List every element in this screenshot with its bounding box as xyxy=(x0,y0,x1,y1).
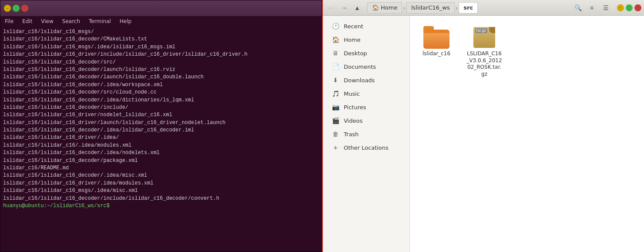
sidebar-item-label: Videos xyxy=(344,118,362,124)
terminal-line: lslidar_c16/lslidar_c16_decoder/.idea/no… xyxy=(3,149,319,157)
recent-icon: 🕐 xyxy=(332,22,339,30)
terminal-menu-help[interactable]: Help xyxy=(118,17,133,25)
sidebar-item-label: Downloads xyxy=(344,77,375,84)
fm-minimize-button[interactable]: − xyxy=(617,4,624,11)
breadcrumb-item-home[interactable]: 🏠Home xyxy=(367,2,402,13)
sidebar-item-label: Other Locations xyxy=(344,144,389,151)
folder-icon xyxy=(423,26,449,49)
sidebar-item-label: Desktop xyxy=(344,50,367,57)
fm-files[interactable]: lslidar_c16 tar.gz LSLIDAR_C16_V3.0.6_20… xyxy=(410,16,644,252)
terminal-line: lslidar_c16/lslidar_c16_decoder/launch/l… xyxy=(3,66,319,74)
terminal-line: lslidar_c16/lslidar_c16_decoder/.idea/mi… xyxy=(3,172,319,179)
terminal-line: lslidar_c16/lslidar_c16_decoder/CMakeLis… xyxy=(3,36,319,43)
file-label: lslidar_c16 xyxy=(423,50,450,57)
file-item-lslidar_tar[interactable]: tar.gz LSLIDAR_C16_V3.0.6_201202_ROSK.ta… xyxy=(465,23,504,81)
sidebar-item-other-locations[interactable]: +Other Locations xyxy=(325,141,408,154)
videos-icon: 🎬 xyxy=(332,117,339,124)
terminal-menubar: FileEditViewSearchTerminalHelp xyxy=(0,16,322,27)
breadcrumb-separator: › xyxy=(402,4,406,11)
terminal-line: lslidar_c16/lslidar_c16_msgs/.idea/misc.… xyxy=(3,187,319,195)
terminal-line: lslidar_c16/lslidar_c16_decoder/.idea/di… xyxy=(3,97,319,104)
terminal-line: lslidar_c16/lslidar_c16_decoder/.idea/ls… xyxy=(3,127,319,134)
breadcrumb-item-lslidarc16_ws[interactable]: lslidarC16_ws xyxy=(406,2,455,13)
breadcrumb-label: Home xyxy=(381,4,397,11)
breadcrumb-icon: 🏠 xyxy=(372,4,379,11)
terminal-line: lslidar_c16/lslidar_c16_decoder/launch/l… xyxy=(3,74,319,81)
fm-breadcrumb: 🏠Home›lslidarC16_ws›src xyxy=(367,2,567,13)
terminal-line: lslidar_c16/lslidar_c16_driver/nodelet_l… xyxy=(3,111,319,119)
terminal-line: lslidar_c16/lslidar_c16/.idea/modules.xm… xyxy=(3,142,319,149)
terminal-titlebar: − □ × xyxy=(0,0,322,16)
sidebar-item-label: Recent xyxy=(344,23,363,30)
terminal-line: lslidar_c16/lslidar_c16_driver/launch/ls… xyxy=(3,119,319,127)
terminal-line: lslidar_c16/lslidar_c16_driver/include/l… xyxy=(3,51,319,58)
terminal-menu-view[interactable]: View xyxy=(39,17,55,25)
terminal-line: lslidar_c16/lslidar_c16_decoder/.idea/wo… xyxy=(3,81,319,89)
fm-toolbar-right: 🔍 ≡ ☰ − □ × xyxy=(572,2,641,14)
other-locations-icon: + xyxy=(332,144,339,151)
filemanager-window: ← → ▲ 🏠Home›lslidarC16_ws›src 🔍 ≡ ☰ − □ … xyxy=(322,0,644,252)
sidebar-item-documents[interactable]: 📄Documents xyxy=(325,60,408,73)
terminal-line: lslidar_c16/lslidar_c16_msgs/.idea/lslid… xyxy=(3,44,319,51)
sidebar-item-music[interactable]: 🎵Music xyxy=(325,87,408,100)
terminal-line: lslidar_c16/lslidar_c16_decoder/package.… xyxy=(3,157,319,165)
terminal-line: lslidar_c16/lslidar_c16_decoder/include/ xyxy=(3,104,319,111)
sidebar-item-home[interactable]: 🏠Home xyxy=(325,33,408,46)
sidebar-item-pictures[interactable]: 📷Pictures xyxy=(325,101,408,114)
fm-window-controls: − □ × xyxy=(617,4,641,11)
desktop-icon: 🖥 xyxy=(332,49,339,57)
music-icon: 🎵 xyxy=(332,90,339,97)
terminal-line: lslidar_c16/lslidar_c16_msgs/ xyxy=(3,28,319,36)
file-item-lslidar_c16[interactable]: lslidar_c16 xyxy=(417,23,456,61)
downloads-icon: ⬇ xyxy=(332,76,339,84)
terminal-line: lslidar_c16/lslidar_c16_driver/.idea/mod… xyxy=(3,180,319,187)
fm-content: 🕐Recent🏠Home🖥Desktop📄Documents⬇Downloads… xyxy=(323,16,644,252)
sidebar-item-label: Music xyxy=(344,91,360,97)
sidebar-item-desktop[interactable]: 🖥Desktop xyxy=(325,47,408,60)
fm-view-toggle-button[interactable]: ≡ xyxy=(586,2,598,14)
documents-icon: 📄 xyxy=(332,63,339,71)
fm-forward-button[interactable]: → xyxy=(339,2,350,13)
terminal-minimize-button[interactable]: − xyxy=(4,5,11,12)
trash-icon: 🗑 xyxy=(332,130,339,138)
fm-sidebar: 🕐Recent🏠Home🖥Desktop📄Documents⬇Downloads… xyxy=(323,16,410,252)
terminal-menu-file[interactable]: File xyxy=(3,17,15,25)
sidebar-item-trash[interactable]: 🗑Trash xyxy=(325,128,408,141)
terminal-menu-edit[interactable]: Edit xyxy=(20,17,34,25)
terminal-line: lslidar_c16/lslidar_c16_driver/.idea/ xyxy=(3,134,319,141)
fm-up-button[interactable]: ▲ xyxy=(352,2,363,13)
sidebar-item-recent[interactable]: 🕐Recent xyxy=(325,20,408,33)
terminal-menu-search[interactable]: Search xyxy=(60,17,82,25)
terminal-maximize-button[interactable]: □ xyxy=(13,5,20,12)
file-label: LSLIDAR_C16_V3.0.6_201202_ROSK.tar.gz xyxy=(466,50,502,77)
tgz-icon: tar.gz xyxy=(472,26,496,49)
terminal-window-controls: − □ × xyxy=(4,5,28,12)
terminal-body[interactable]: lslidar_c16/lslidar_c16_msgs/lslidar_c16… xyxy=(0,27,322,252)
fm-search-button[interactable]: 🔍 xyxy=(572,2,584,14)
sidebar-item-label: Trash xyxy=(344,131,359,138)
terminal-line: lslidar_c16/lslidar_c16_decoder/src/clou… xyxy=(3,89,319,96)
terminal-line: lslidar_c16/lslidar_c16_decoder/include/… xyxy=(3,195,319,202)
fm-maximize-button[interactable]: □ xyxy=(626,4,633,11)
breadcrumb-item-src[interactable]: src xyxy=(459,2,478,13)
fm-titlebar: ← → ▲ 🏠Home›lslidarC16_ws›src 🔍 ≡ ☰ − □ … xyxy=(323,0,644,16)
terminal-menu-terminal[interactable]: Terminal xyxy=(87,17,113,25)
terminal-window: − □ × FileEditViewSearchTerminalHelp lsl… xyxy=(0,0,322,252)
breadcrumb-label: lslidarC16_ws xyxy=(411,4,450,11)
terminal-line: lslidar_c16/lslidar_c16_decoder/src/ xyxy=(3,59,319,66)
sidebar-item-label: Documents xyxy=(344,64,376,70)
home-icon: 🏠 xyxy=(332,36,339,44)
breadcrumb-separator: › xyxy=(455,4,459,11)
fm-menu-button[interactable]: ☰ xyxy=(600,2,612,14)
fm-back-button[interactable]: ← xyxy=(325,2,337,13)
sidebar-item-label: Home xyxy=(344,37,360,43)
sidebar-item-videos[interactable]: 🎬Videos xyxy=(325,114,408,127)
breadcrumb-label: src xyxy=(463,4,473,11)
terminal-close-button[interactable]: × xyxy=(21,5,28,12)
terminal-prompt: huanyu@ubuntu:~/lslidarC16_ws/src$ xyxy=(3,202,319,210)
terminal-line: lslidar_c16/README.md xyxy=(3,165,319,172)
sidebar-item-label: Pictures xyxy=(344,104,366,111)
pictures-icon: 📷 xyxy=(332,103,339,111)
fm-close-button[interactable]: × xyxy=(634,4,641,11)
sidebar-item-downloads[interactable]: ⬇Downloads xyxy=(325,74,408,87)
